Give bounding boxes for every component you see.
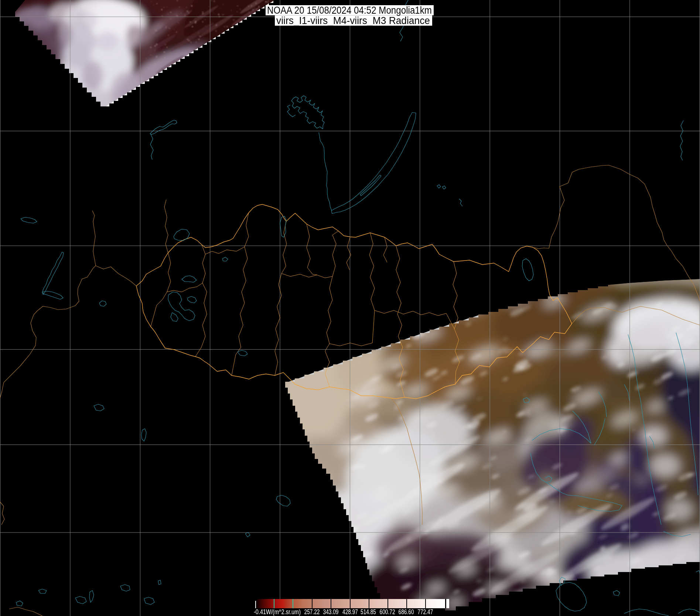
svg-text:-0.41W/(m^2.sr.um): -0.41W/(m^2.sr.um)	[254, 608, 301, 616]
svg-text:686.60: 686.60	[399, 608, 414, 616]
svg-text:600.72: 600.72	[380, 608, 395, 616]
svg-text:343.09: 343.09	[323, 608, 339, 616]
svg-text:514.85: 514.85	[361, 608, 376, 616]
svg-text:428.97: 428.97	[342, 608, 358, 616]
svg-text:257.22: 257.22	[304, 608, 320, 616]
svg-text:NOAA 20 15/08/2024 04:52 Mongo: NOAA 20 15/08/2024 04:52 Mongolia1km	[267, 5, 432, 16]
svg-text:viirs_I1-viirs_M4-viirs_M3 Rad: viirs_I1-viirs_M4-viirs_M3 Radiance	[276, 15, 430, 26]
svg-text:772.47: 772.47	[417, 608, 433, 616]
